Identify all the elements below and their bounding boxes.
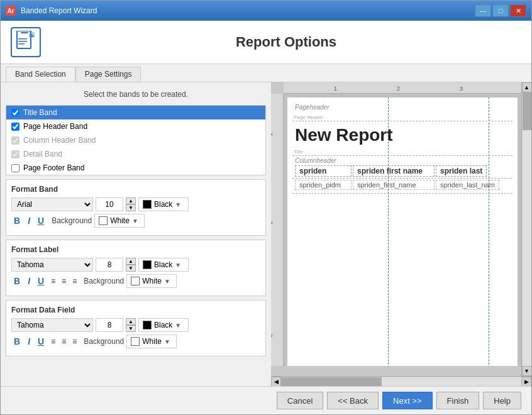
color-dropdown-arrow: ▼ [175, 201, 181, 208]
data-align-right-btn[interactable]: ≡ [70, 337, 79, 346]
format-data-italic[interactable]: I [25, 336, 33, 346]
format-data-bold[interactable]: B [11, 336, 23, 346]
format-label-underline[interactable]: U [35, 276, 47, 286]
band-checkbox-detail [11, 150, 19, 158]
tab-band-selection[interactable]: Band Selection [6, 67, 75, 82]
format-band-color-btn[interactable]: Black ▼ [138, 197, 189, 211]
align-center-btn[interactable]: ≡ [60, 277, 68, 285]
data-align-center-btn[interactable]: ≡ [60, 337, 68, 346]
scroll-down-btn[interactable]: ▼ [522, 366, 532, 376]
data-align-left-btn[interactable]: ≡ [49, 337, 57, 346]
page-title: Report Options [51, 34, 521, 50]
help-button[interactable]: Help [483, 392, 521, 409]
band-item-page-header[interactable]: Page Header Band [6, 119, 265, 133]
format-label-color-btn[interactable]: Black ▼ [138, 258, 189, 272]
size-up-btn[interactable]: ▲ [126, 197, 136, 204]
tab-bar: Band Selection Page Settings [1, 64, 531, 82]
align-right-btn[interactable]: ≡ [70, 277, 79, 285]
preview-wrapper: 1 2 3 1 2 3 [271, 82, 531, 376]
format-label-bold[interactable]: B [11, 276, 23, 286]
format-data-font[interactable]: Tahoma [11, 318, 93, 332]
vertical-scrollbar: ▲ ▼ [521, 82, 531, 376]
format-data-bg-btn[interactable]: White ▼ [126, 335, 177, 348]
format-band-section: Format Band Arial ▲ ▼ Black ▼ [6, 179, 266, 236]
app-icon: Ar [6, 6, 16, 16]
size-down-btn[interactable]: ▼ [126, 204, 136, 211]
ruler-mark-3: 3 [460, 86, 463, 92]
format-data-color-btn[interactable]: Black ▼ [138, 318, 189, 332]
band-item-detail[interactable]: Detail Band [6, 147, 265, 161]
col3-header: spriden last [436, 165, 487, 177]
scroll-left-btn[interactable]: ◀ [271, 377, 281, 387]
svg-rect-2 [30, 32, 35, 37]
close-button[interactable]: ✕ [510, 4, 526, 17]
band-checkbox-page-footer[interactable] [11, 164, 19, 172]
label-size-down-btn[interactable]: ▼ [126, 265, 136, 272]
format-label-italic[interactable]: I [25, 276, 33, 286]
svg-rect-3 [18, 38, 27, 40]
align-left-btn[interactable]: ≡ [49, 277, 57, 285]
detail2: spriden_first_name [353, 180, 435, 190]
data-size-up-btn[interactable]: ▲ [126, 318, 136, 325]
data-color-arrow: ▼ [175, 322, 181, 329]
format-label-row1: Tahoma ▲ ▼ Black ▼ [11, 258, 260, 272]
format-band-bold[interactable]: B [11, 216, 23, 226]
horiz-scroll-thumb[interactable] [281, 377, 382, 386]
horizontal-scrollbar: ◀ ▶ [271, 376, 531, 386]
format-band-font[interactable]: Arial [11, 197, 93, 211]
scroll-right-btn[interactable]: ▶ [521, 377, 531, 387]
label-size-up-btn[interactable]: ▲ [126, 258, 136, 265]
band-checkbox-page-header[interactable] [11, 123, 19, 131]
detail-band-preview: spriden_pidm spriden_first_name spriden_… [292, 179, 513, 194]
format-data-title: Format Data Field [11, 306, 260, 314]
format-band-bg-label: Background [52, 216, 92, 225]
page-preview: Pageheader Page Header New Report Title … [287, 97, 518, 366]
format-band-title: Format Band [11, 185, 260, 194]
format-data-bg-label: Background [84, 337, 124, 346]
column-headers-row: spriden spriden first name spriden last [295, 165, 510, 177]
scroll-thumb[interactable] [523, 92, 531, 130]
format-band-size[interactable] [96, 197, 123, 211]
page-header-label: Pageheader [295, 104, 510, 111]
next-button[interactable]: Next >> [382, 392, 433, 409]
svg-rect-5 [18, 43, 25, 45]
label-bg-arrow: ▼ [164, 278, 170, 285]
window-title: Banded Report Wizard [21, 6, 470, 15]
format-band-bg-btn[interactable]: White ▼ [94, 214, 145, 228]
right-panel: 1 2 3 1 2 3 [271, 82, 531, 386]
column-header-band: Columnheader spriden spriden first name … [292, 156, 513, 179]
format-label-bg-btn[interactable]: White ▼ [126, 274, 177, 288]
band-item-column-header[interactable]: Column Header Band [6, 133, 265, 147]
bg-swatch-white [99, 216, 108, 225]
band-item-title[interactable]: Title Band [6, 106, 265, 119]
page-area: Pageheader Page Header New Report Title … [284, 94, 521, 366]
minimize-button[interactable]: — [475, 4, 491, 17]
back-button[interactable]: << Back [327, 392, 379, 409]
data-size-down-btn[interactable]: ▼ [126, 325, 136, 332]
format-data-row2: B I U ≡ ≡ ≡ Background White ▼ [11, 335, 260, 348]
tab-page-settings[interactable]: Page Settings [75, 67, 141, 82]
format-band-row1: Arial ▲ ▼ Black ▼ [11, 197, 260, 211]
bg-dropdown-arrow: ▼ [132, 218, 138, 224]
band-checkbox-title[interactable] [11, 109, 19, 117]
format-data-underline[interactable]: U [35, 336, 47, 346]
window-controls: — □ ✕ [475, 4, 526, 17]
format-data-size[interactable] [96, 318, 123, 332]
format-data-section: Format Data Field Tahoma ▲ ▼ Black ▼ [6, 300, 266, 357]
title-bar: Ar Banded Report Wizard — □ ✕ [1, 1, 531, 21]
data-color-swatch [143, 321, 152, 329]
format-label-font[interactable]: Tahoma [11, 258, 93, 272]
band-item-page-footer[interactable]: Page Footer Band [6, 161, 265, 175]
format-band-italic[interactable]: I [25, 216, 33, 226]
maximize-button[interactable]: □ [492, 4, 509, 17]
band-list: Title Band Page Header Band Column Heade… [6, 105, 266, 175]
main-content: Select the bands to be created. Title Ba… [1, 82, 531, 386]
finish-button[interactable]: Finish [436, 392, 480, 409]
new-report-preview: New Report [295, 125, 510, 145]
format-label-size[interactable] [96, 258, 123, 272]
cancel-button[interactable]: Cancel [277, 392, 323, 409]
title-sublabel: Title [294, 149, 303, 155]
scroll-up-btn[interactable]: ▲ [522, 82, 532, 92]
format-band-underline[interactable]: U [35, 216, 47, 226]
col2-header: spriden first name [353, 165, 435, 177]
